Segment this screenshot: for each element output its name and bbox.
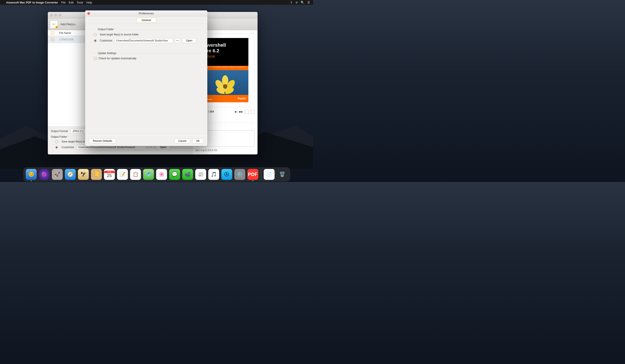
- prefs-footer: Restore Defaults Cancel OK: [85, 136, 207, 146]
- pdf-converter-icon[interactable]: PDF: [247, 169, 258, 180]
- photos-icon[interactable]: 🌸: [156, 169, 167, 180]
- system-menubar: Aiseesoft Mac PDF to Image Converter Fil…: [0, 0, 313, 5]
- preferences-dialog: Preferences General Output Folder Save t…: [85, 10, 207, 146]
- prefs-browse-button[interactable]: •••: [175, 38, 180, 43]
- zoom-button[interactable]: [59, 14, 61, 17]
- close-button[interactable]: [50, 14, 53, 17]
- cancel-button[interactable]: Cancel: [175, 139, 190, 143]
- menu-edit[interactable]: Edit: [69, 1, 73, 4]
- restore-defaults-button[interactable]: Restore Defaults: [89, 139, 116, 143]
- view-mode-1-icon[interactable]: [245, 110, 249, 113]
- next-page-icon[interactable]: ▶|: [235, 110, 237, 113]
- output-format-select[interactable]: JPEG (*.j: [71, 129, 86, 134]
- pdf-preview-image: owershell ore 6.2 okbook e command-line …: [202, 38, 249, 102]
- radio-save-source[interactable]: [55, 140, 58, 143]
- prefs-title: Preferences: [139, 12, 154, 15]
- add-file-icon[interactable]: [50, 20, 58, 28]
- contacts-icon[interactable]: 📒: [91, 169, 102, 180]
- select-all-checkbox[interactable]: [51, 31, 54, 34]
- publisher-logo: Packt>: [238, 97, 246, 100]
- status-icon[interactable]: ⇪: [290, 1, 293, 4]
- radio-save-source-label: Save target file(s) in: [62, 140, 85, 143]
- dock-document-icon[interactable]: 📄: [264, 169, 275, 180]
- prefs-radio-customize-label: Customize:: [100, 39, 113, 42]
- prefs-customize-path[interactable]: /Users/test/Documents/Aiseesoft Studio/A…: [115, 38, 173, 43]
- output-folder-section: Output Folder: [98, 28, 114, 31]
- prefs-titlebar[interactable]: Preferences: [85, 10, 207, 17]
- ok-button[interactable]: OK: [192, 139, 203, 143]
- output-folder-label: Output Folder:: [51, 135, 68, 138]
- finder-icon[interactable]: 😊: [26, 169, 36, 180]
- prefs-open-button[interactable]: Open: [182, 38, 196, 43]
- spotlight-icon[interactable]: 🔍: [301, 1, 304, 4]
- book-subtitle: okbook: [204, 55, 246, 58]
- menu-file[interactable]: File: [61, 1, 66, 4]
- update-settings-section: Update Settings: [98, 52, 116, 55]
- reminders-icon[interactable]: 📋: [130, 169, 141, 180]
- book-tagline: e command-line shell scripting to effect…: [202, 66, 249, 70]
- appstore-icon[interactable]: Ⓐ: [221, 169, 232, 180]
- radio-customize[interactable]: [55, 146, 58, 149]
- prefs-close-button[interactable]: [87, 12, 90, 15]
- add-file-button[interactable]: Add File(s): [61, 23, 76, 26]
- dock[interactable]: 😊 🟣 🚀 🧭 🦅 📒 FEB 25 📝 📋 🗺️ 🌸 💬 📹 📰 🎵 Ⓐ ⚙️…: [23, 167, 290, 182]
- file-name-cell: 1789803306: [57, 38, 74, 41]
- notes-icon[interactable]: 📝: [117, 169, 128, 180]
- view-mode-2-icon[interactable]: [250, 110, 254, 113]
- book-title-1: owershell: [204, 42, 246, 48]
- prefs-radio-save-source[interactable]: [94, 33, 97, 36]
- calendar-month: FEB: [104, 171, 115, 173]
- news-icon[interactable]: 📰: [195, 169, 206, 180]
- app-name[interactable]: Aiseesoft Mac PDF to Image Converter: [6, 1, 58, 4]
- tab-general[interactable]: General: [136, 18, 156, 23]
- last-page-icon[interactable]: ▶▶|: [239, 110, 243, 113]
- trash-icon[interactable]: 🗑️: [277, 169, 287, 180]
- displays-icon[interactable]: ⎚: [296, 1, 298, 4]
- prefs-body: Output Folder Save target file(s) in sou…: [85, 24, 207, 136]
- mail-icon[interactable]: 🦅: [78, 169, 89, 180]
- calendar-day: 25: [107, 173, 112, 178]
- dock-separator: [261, 169, 261, 180]
- menu-help[interactable]: Help: [86, 1, 92, 4]
- launchpad-icon[interactable]: 🚀: [52, 169, 62, 180]
- file-checkbox[interactable]: [51, 38, 54, 41]
- prefs-radio-save-source-label: Save target file(s) in source folder: [100, 33, 139, 36]
- siri-icon[interactable]: 🟣: [39, 169, 50, 180]
- page-range-hint: ges: e.g.(1,3,6,8-10): [196, 149, 254, 151]
- svg-point-0: [222, 75, 228, 86]
- maps-icon[interactable]: 🗺️: [143, 169, 154, 180]
- settings-icon[interactable]: ⚙️: [234, 169, 245, 180]
- menu-tools[interactable]: Tools: [76, 1, 83, 4]
- control-center-icon[interactable]: ☰: [307, 1, 310, 4]
- page-total: / 364: [208, 110, 214, 113]
- facetime-icon[interactable]: 📹: [182, 169, 193, 180]
- output-format-label: Output Format:: [51, 130, 68, 133]
- prefs-tabs: General: [85, 17, 207, 24]
- calendar-icon[interactable]: FEB 25: [104, 169, 115, 180]
- music-icon[interactable]: 🎵: [208, 169, 219, 180]
- book-title-2: ore 6.2: [204, 48, 246, 54]
- radio-customize-label: Customize:: [62, 146, 75, 149]
- messages-icon[interactable]: 💬: [169, 169, 180, 180]
- check-updates-checkbox[interactable]: [94, 57, 97, 60]
- svg-point-5: [223, 84, 227, 88]
- prefs-radio-customize[interactable]: [94, 39, 97, 42]
- safari-icon[interactable]: 🧭: [65, 169, 76, 180]
- column-filename[interactable]: File Name: [57, 31, 71, 34]
- check-updates-label: Check for Updates Automatically: [99, 57, 136, 60]
- minimize-button[interactable]: [54, 14, 57, 17]
